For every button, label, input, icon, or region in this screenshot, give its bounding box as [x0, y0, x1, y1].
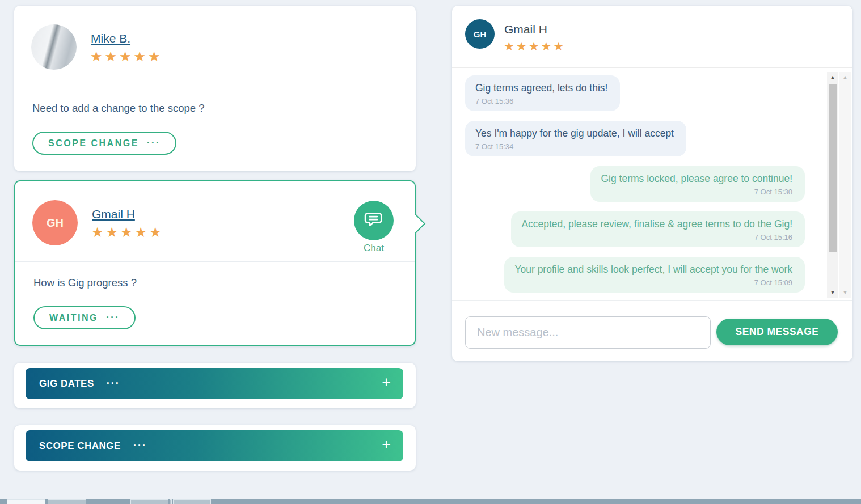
- scope-change-label: SCOPE CHANGE: [39, 441, 121, 452]
- chat-panel: GH Gmail H ★★★★★ Gig terms agreed, lets …: [452, 6, 852, 361]
- scroll-up-icon[interactable]: ▲: [827, 73, 838, 81]
- gig-dates-card: GIG DATES ··· +: [14, 363, 416, 408]
- message-text: Gig terms locked, please agree to contin…: [601, 173, 792, 185]
- chat-scrollbar[interactable]: ▲ ▼: [827, 72, 838, 298]
- chat-message-list: Gig terms agreed, lets do this! 7 Oct 15…: [452, 68, 852, 300]
- scroll-down-icon[interactable]: ▼: [839, 289, 851, 297]
- scope-change-card: SCOPE CHANGE ··· +: [14, 425, 416, 471]
- gmail-name-link[interactable]: Gmail H: [92, 207, 135, 221]
- send-message-button[interactable]: SEND MESSAGE: [716, 319, 838, 345]
- gig-card-gmail-header: GH Gmail H ★★★★★ Chat: [15, 181, 415, 262]
- gig-dates-label: GIG DATES: [39, 378, 94, 389]
- chat-header-avatar: GH: [465, 19, 495, 49]
- bottom-toolbar-button[interactable]: [130, 499, 168, 504]
- gig-dates-bar[interactable]: GIG DATES ··· +: [26, 368, 403, 399]
- new-message-input[interactable]: [465, 316, 711, 349]
- message-timestamp: 7 Oct 15:09: [514, 278, 792, 287]
- waiting-button-label: WAITING: [49, 313, 98, 323]
- add-scope-change-button[interactable]: +: [382, 436, 391, 454]
- bottom-edge-toolbar: [0, 499, 861, 504]
- message-timestamp: 7 Oct 15:16: [521, 233, 792, 242]
- bottom-toolbar-button[interactable]: [7, 499, 45, 504]
- mike-name-link[interactable]: Mike B.: [91, 32, 130, 45]
- mike-avatar: [31, 24, 77, 70]
- bottom-toolbar-button[interactable]: [48, 499, 86, 504]
- chat-message: Gig terms locked, please agree to contin…: [590, 166, 805, 202]
- scope-change-button[interactable]: SCOPE CHANGE ···: [32, 132, 176, 155]
- message-text: Gig terms agreed, lets do this!: [475, 82, 607, 94]
- more-dots-icon: ···: [107, 378, 120, 389]
- chat-header: GH Gmail H ★★★★★: [452, 6, 852, 68]
- scroll-down-icon[interactable]: ▼: [827, 289, 838, 297]
- chat-composer: SEND MESSAGE: [452, 300, 852, 361]
- mike-question-text: Need to add a change to the scope ?: [32, 102, 204, 115]
- gig-card-mike: Mike B. ★★★★★ Need to add a change to th…: [14, 6, 416, 171]
- chat-bubble-icon: [363, 209, 385, 232]
- chat-message: Gig terms agreed, lets do this! 7 Oct 15…: [465, 75, 620, 111]
- outer-scrollbar[interactable]: ▲ ▼: [839, 72, 851, 298]
- bottom-toolbar-divider: [170, 499, 172, 504]
- chat-button[interactable]: [354, 201, 394, 240]
- message-text: Your profile and skills look perfect, I …: [514, 264, 792, 276]
- gmail-question-text: How is Gig progress ?: [33, 277, 137, 289]
- message-timestamp: 7 Oct 15:30: [601, 188, 792, 196]
- message-timestamp: 7 Oct 15:36: [475, 97, 607, 105]
- message-text: Yes I'm happy for the gig update, I will…: [475, 128, 674, 139]
- scope-change-bar[interactable]: SCOPE CHANGE ··· +: [26, 430, 403, 461]
- chat-button-label: Chat: [353, 243, 394, 254]
- waiting-button[interactable]: WAITING ···: [33, 306, 136, 329]
- gmail-rating-stars: ★★★★★: [91, 225, 164, 240]
- bottom-toolbar-button[interactable]: [173, 499, 211, 504]
- gig-card-mike-header: Mike B. ★★★★★: [14, 6, 416, 87]
- scroll-up-icon[interactable]: ▲: [839, 73, 851, 81]
- gmail-avatar: GH: [32, 200, 78, 245]
- message-text: Accepted, please review, finalise & agre…: [521, 218, 792, 230]
- more-dots-icon: ···: [147, 137, 161, 149]
- mike-rating-stars: ★★★★★: [90, 49, 163, 65]
- scope-change-button-label: SCOPE CHANGE: [48, 138, 139, 149]
- chat-message: Accepted, please review, finalise & agre…: [511, 211, 805, 247]
- chat-header-name: Gmail H: [504, 23, 547, 36]
- more-dots-icon: ···: [133, 440, 147, 452]
- chat-message: Yes I'm happy for the gig update, I will…: [465, 121, 686, 156]
- gig-card-gmail: GH Gmail H ★★★★★ Chat How is Gig progres…: [14, 180, 416, 346]
- chat-header-stars: ★★★★★: [504, 40, 565, 53]
- more-dots-icon: ···: [106, 312, 120, 324]
- chat-scrollbar-thumb[interactable]: [829, 84, 837, 252]
- chat-message: Your profile and skills look perfect, I …: [504, 257, 805, 293]
- add-gig-date-button[interactable]: +: [382, 374, 391, 391]
- message-timestamp: 7 Oct 15:34: [475, 142, 674, 151]
